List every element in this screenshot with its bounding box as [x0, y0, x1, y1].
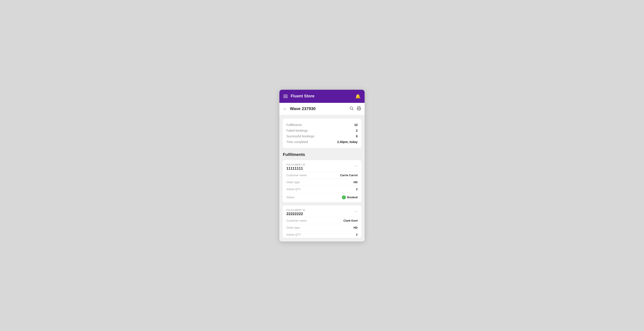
summary-label-failed: Failed bookings [286, 129, 308, 132]
order-type-label-2: Order type [286, 226, 300, 229]
fulfilment-card-2-id-block: FULFILMENT ID 22222222 [286, 209, 305, 216]
article-qty-label-2: Article QTY [286, 233, 301, 236]
summary-card: Fulfillments 10 Failed bookings 2 Succes… [282, 119, 362, 148]
hamburger-icon[interactable] [283, 95, 288, 98]
fulfilment-card-1-header: FULFILMENT ID 11111111 ⋯ [286, 164, 358, 171]
fulfilment-more-icon-1[interactable]: ⋯ [354, 164, 358, 168]
page-title: Wave 237930 [290, 106, 316, 111]
fulfilment-card-1-id-block: FULFILMENT ID 11111111 [286, 164, 305, 171]
status-dot-green-1 [342, 195, 346, 199]
phone-container: Fluent Store 🔔 ← Wave 237930 [280, 90, 364, 242]
fulfilment-status-row-1: Status Booked [286, 193, 358, 202]
fulfilments-section-heading: Fulfilments [282, 151, 362, 157]
summary-row-successful: Successful bookings 8 [286, 133, 358, 139]
article-qty-value-2: 2 [356, 233, 358, 236]
fulfilment-id-label-1: FULFILMENT ID [286, 164, 305, 166]
fulfilment-more-icon-2[interactable]: ⋯ [354, 209, 358, 213]
svg-line-1 [352, 109, 354, 110]
summary-label-time: Time completed [286, 140, 308, 144]
customer-name-label-1: Customer name [286, 174, 306, 177]
summary-row-failed: Failed bookings 2 [286, 128, 358, 133]
fulfilment-row-qty-1: Article QTY 2 [286, 186, 358, 193]
app-title: Fluent Store [291, 94, 314, 98]
status-text-1: Booked [347, 196, 358, 199]
fulfilment-row-ordertype-2: Order type HD [286, 224, 358, 231]
search-icon[interactable] [349, 106, 354, 112]
article-qty-value-1: 2 [356, 188, 358, 191]
order-type-label-1: Order type [286, 181, 300, 184]
fulfilment-row-customer-1: Customer name Carrie Carrot [286, 172, 358, 179]
fulfilment-id-value-2: 22222222 [286, 212, 305, 216]
article-qty-label-1: Article QTY [286, 188, 301, 191]
fulfilment-card-1: FULFILMENT ID 11111111 ⋯ Customer name C… [282, 160, 362, 202]
summary-value-fulfillments: 10 [354, 123, 358, 127]
svg-rect-2 [358, 108, 360, 110]
order-type-value-2: HD [354, 226, 358, 229]
summary-label-fulfillments: Fulfillments [286, 123, 302, 127]
customer-name-value-1: Carrie Carrot [340, 174, 358, 177]
app-bar-left: Fluent Store [283, 94, 314, 98]
summary-value-time: 2.30pm, today [337, 140, 358, 144]
fulfilment-row-customer-2: Customer name Clark Kent [286, 217, 358, 224]
status-label-1: Status [286, 196, 294, 199]
app-bar: Fluent Store 🔔 [280, 90, 364, 103]
content-area: Fulfillments 10 Failed bookings 2 Succes… [280, 115, 364, 242]
sub-header-left: ← Wave 237930 [283, 106, 316, 111]
summary-row-time: Time completed 2.30pm, today [286, 139, 358, 145]
summary-row-fulfillments: Fulfillments 10 [286, 122, 358, 128]
summary-value-failed: 2 [356, 129, 358, 132]
order-type-value-1: HD [354, 181, 358, 184]
customer-name-label-2: Customer name [286, 219, 306, 222]
fulfilment-card-2-header: FULFILMENT ID 22222222 ⋯ [286, 209, 358, 216]
customer-name-value-2: Clark Kent [344, 219, 358, 222]
sub-header: ← Wave 237930 [280, 103, 364, 115]
fulfilment-id-value-1: 11111111 [286, 166, 305, 171]
notification-icon[interactable]: 🔔 [355, 94, 361, 99]
fulfilment-id-label-2: FULFILMENT ID [286, 209, 305, 211]
summary-label-successful: Successful bookings [286, 134, 314, 138]
fulfilment-row-qty-2: Article QTY 2 [286, 231, 358, 238]
summary-value-successful: 8 [356, 134, 358, 138]
fulfilment-row-ordertype-1: Order type HD [286, 179, 358, 186]
fulfilment-card-2: FULFILMENT ID 22222222 ⋯ Customer name C… [282, 205, 362, 238]
print-icon[interactable] [357, 106, 361, 112]
sub-header-right [349, 106, 361, 112]
status-badge-1: Booked [342, 195, 358, 199]
back-icon[interactable]: ← [283, 106, 287, 111]
